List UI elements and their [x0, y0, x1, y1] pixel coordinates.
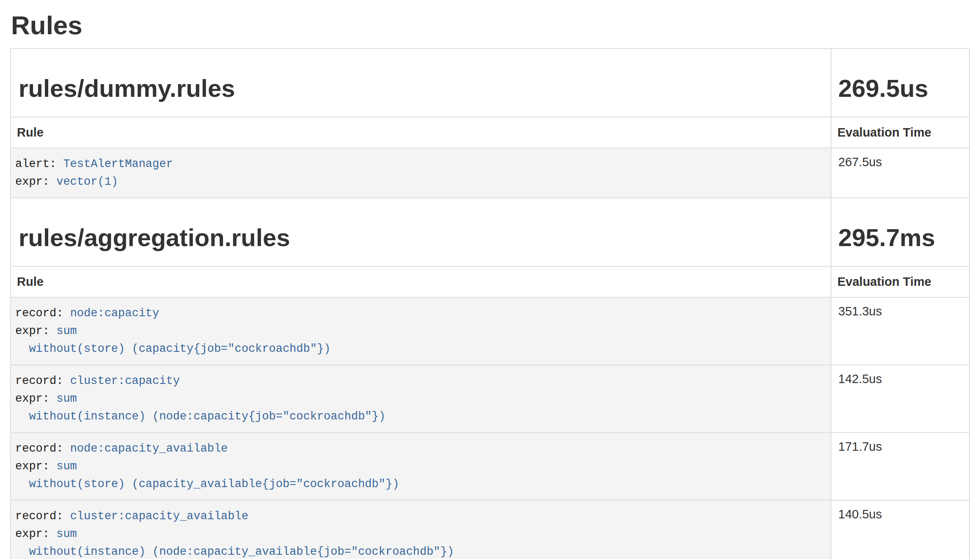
rule-definition: record: cluster:capacityexpr: sum withou… — [15, 372, 824, 425]
rule-evaluation-time: 142.5us — [831, 365, 969, 433]
rule-link[interactable]: sum — [56, 460, 77, 473]
rule-column-header: Rule — [11, 117, 831, 148]
rule-evaluation-time: 267.5us — [831, 148, 969, 198]
rule-keyword: record: — [15, 510, 70, 523]
rule-line: without(instance) (node:capacity_availab… — [15, 543, 824, 559]
rule-group-evaluation-time-cell: 295.7ms — [831, 198, 969, 266]
rule-group-header-row: rules/dummy.rules 269.5us — [11, 49, 969, 117]
rule-group-file: rules/aggregation.rules — [19, 224, 831, 251]
rule-row: record: node:capacityexpr: sum without(s… — [11, 297, 969, 365]
rule-row: record: node:capacity_availableexpr: sum… — [11, 433, 969, 500]
rule-link[interactable]: without(store) (capacity_available{job="… — [29, 478, 399, 490]
rule-keyword — [15, 410, 29, 423]
rule-definition-cell: record: cluster:capacity_availableexpr: … — [11, 500, 831, 559]
rule-evaluation-time: 140.5us — [831, 500, 969, 559]
rule-keyword: expr: — [15, 325, 56, 337]
rule-keyword: record: — [15, 375, 70, 387]
rule-line: without(store) (capacity_available{job="… — [15, 475, 824, 493]
rule-link[interactable]: without(instance) (node:capacity{job="co… — [29, 410, 385, 423]
rule-link[interactable]: without(store) (capacity{job="cockroachd… — [29, 343, 330, 355]
rule-keyword — [15, 545, 29, 558]
rule-line: alert: TestAlertManager — [15, 155, 824, 173]
rule-keyword: record: — [15, 442, 70, 455]
rule-link[interactable]: sum — [56, 325, 77, 337]
rule-group-name-cell: rules/aggregation.rules — [11, 198, 831, 266]
rule-link[interactable]: without(instance) (node:capacity_availab… — [29, 545, 454, 558]
rule-link[interactable]: node:capacity — [70, 307, 160, 320]
rule-line: record: node:capacity_available — [15, 440, 824, 458]
rule-group-evaluation-time: 269.5us — [838, 75, 969, 102]
rule-definition-cell: alert: TestAlertManagerexpr: vector(1) — [11, 148, 831, 198]
rules-page: Rules rules/dummy.rules 269.5us Rule Eva… — [0, 0, 980, 559]
rule-line: without(store) (capacity{job="cockroachd… — [15, 340, 824, 358]
column-header-row: Rule Evaluation Time — [11, 117, 969, 148]
rules-table: rules/dummy.rules 269.5us Rule Evaluatio… — [10, 48, 970, 559]
rule-definition: record: cluster:capacity_availableexpr: … — [15, 507, 824, 559]
rule-group-evaluation-time: 295.7ms — [838, 224, 969, 251]
rule-link[interactable]: cluster:capacity — [70, 375, 180, 387]
rule-definition-cell: record: cluster:capacityexpr: sum withou… — [11, 365, 831, 433]
rule-line: expr: sum — [15, 458, 824, 475]
evaluation-time-column-header: Evaluation Time — [831, 266, 969, 297]
rule-row: record: cluster:capacity_availableexpr: … — [11, 500, 969, 559]
rule-group-evaluation-time-cell: 269.5us — [831, 49, 969, 117]
rule-column-header: Rule — [11, 266, 831, 297]
rule-line: expr: sum — [15, 525, 824, 543]
rule-definition-cell: record: node:capacity_availableexpr: sum… — [11, 433, 831, 500]
rule-keyword — [15, 343, 29, 355]
rule-group-file: rules/dummy.rules — [19, 75, 831, 102]
rule-keyword: alert: — [15, 158, 63, 170]
rule-definition: record: node:capacityexpr: sum without(s… — [15, 304, 824, 358]
rule-link[interactable]: sum — [56, 392, 77, 405]
rule-evaluation-time: 171.7us — [831, 433, 969, 500]
rule-group-name-cell: rules/dummy.rules — [11, 49, 831, 117]
rule-definition: record: node:capacity_availableexpr: sum… — [15, 440, 824, 493]
rule-line: record: cluster:capacity_available — [15, 507, 824, 525]
rule-definition: alert: TestAlertManagerexpr: vector(1) — [15, 155, 824, 191]
rule-line: expr: vector(1) — [15, 173, 824, 191]
rule-line: expr: sum — [15, 322, 824, 340]
rule-row: record: cluster:capacityexpr: sum withou… — [11, 365, 969, 433]
rule-link[interactable]: vector(1) — [56, 175, 118, 188]
rule-keyword: record: — [15, 307, 70, 320]
rule-keyword: expr: — [15, 528, 56, 540]
page-title: Rules — [11, 11, 970, 40]
rule-line: record: node:capacity — [15, 304, 824, 322]
rule-line: record: cluster:capacity — [15, 372, 824, 390]
rule-line: expr: sum — [15, 390, 824, 408]
rule-keyword: expr: — [15, 392, 56, 405]
rule-link[interactable]: cluster:capacity_available — [70, 510, 248, 523]
column-header-row: Rule Evaluation Time — [11, 266, 969, 297]
rule-link[interactable]: node:capacity_available — [70, 442, 228, 455]
evaluation-time-column-header: Evaluation Time — [831, 117, 969, 148]
rule-keyword: expr: — [15, 460, 56, 473]
rule-row: alert: TestAlertManagerexpr: vector(1) 2… — [11, 148, 969, 198]
rule-definition-cell: record: node:capacityexpr: sum without(s… — [11, 297, 831, 365]
rule-evaluation-time: 351.3us — [831, 297, 969, 365]
rule-link[interactable]: TestAlertManager — [63, 158, 173, 170]
rule-keyword — [15, 478, 29, 490]
rule-line: without(instance) (node:capacity{job="co… — [15, 408, 824, 425]
rule-group-header-row: rules/aggregation.rules 295.7ms — [11, 198, 969, 266]
rule-link[interactable]: sum — [56, 528, 77, 540]
rule-keyword: expr: — [15, 175, 56, 188]
